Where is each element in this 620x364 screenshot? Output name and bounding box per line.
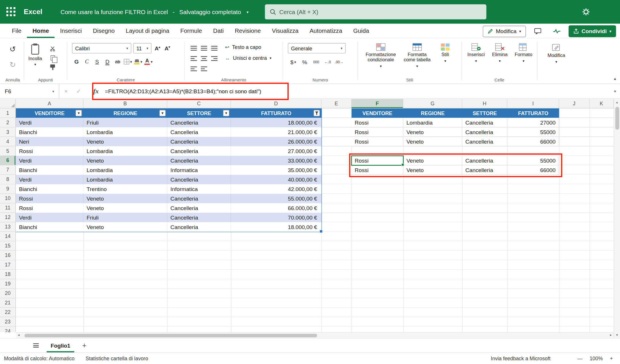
cell[interactable]: Rossi — [16, 194, 83, 203]
cell[interactable]: 21.000,00 € — [231, 127, 322, 137]
cell[interactable]: 18.000,00 € — [231, 118, 322, 127]
decrease-font-button[interactable]: A▾ — [163, 45, 171, 52]
column-header[interactable]: H — [462, 99, 508, 108]
fill-color-button[interactable]: ▾ — [134, 57, 143, 66]
cell[interactable]: 42.000,00 € — [231, 184, 322, 194]
vertical-scrollbar[interactable]: ▴ ▾ — [614, 99, 620, 338]
row-header[interactable]: 8 — [0, 175, 16, 184]
cell[interactable]: Cancelleria — [167, 127, 231, 137]
cell[interactable]: 55000 — [507, 127, 559, 137]
cell[interactable]: Rossi — [352, 127, 403, 137]
thousands-separator-button[interactable]: 000 — [312, 57, 321, 67]
tab-formule[interactable]: Formule — [175, 24, 207, 38]
cell[interactable]: Lombardia — [83, 146, 167, 156]
confirm-icon[interactable]: ✓ — [73, 87, 85, 95]
mode-switch-button[interactable]: Modifica ▾ — [483, 26, 526, 37]
header-venditore[interactable]: VENDITORE ▾ — [16, 108, 83, 118]
cell[interactable]: Veneto — [83, 222, 167, 232]
font-color-button[interactable]: A▾ — [144, 57, 153, 66]
grid-canvas[interactable]: VENDITORE ▾ REGIONE ▾ SETTORE ▾ FATTURAT… — [16, 108, 614, 332]
filter-dropdown-icon[interactable]: ▾ — [76, 110, 82, 116]
cell[interactable]: Cancelleria — [167, 194, 231, 203]
tab-visualizza[interactable]: Visualizza — [266, 24, 304, 38]
settings-gear-icon[interactable] — [582, 8, 590, 17]
decrease-indent-icon[interactable] — [190, 66, 197, 71]
row-header[interactable]: 20 — [0, 289, 16, 298]
cell[interactable]: Cancelleria — [167, 118, 231, 127]
cell[interactable]: Informatica — [167, 184, 231, 194]
cell[interactable]: Rossi — [352, 137, 403, 146]
cell[interactable]: 27.000,00 € — [231, 146, 322, 156]
cell[interactable]: Neri — [16, 137, 83, 146]
cell[interactable]: Bianchi — [16, 127, 83, 137]
scroll-right-icon[interactable]: ▸ — [610, 333, 612, 337]
cell[interactable]: Bianchi — [16, 165, 83, 175]
align-middle-icon[interactable] — [201, 46, 207, 50]
cell[interactable]: Cancelleria — [167, 222, 231, 232]
header-settore[interactable]: SETTORE — [462, 108, 508, 118]
cell[interactable]: Cancelleria — [462, 156, 508, 165]
cell[interactable]: 40.000,00 € — [231, 175, 322, 184]
strikethrough-button[interactable]: ab — [113, 57, 122, 66]
tab-inserisci[interactable]: Inserisci — [54, 24, 87, 38]
header-settore[interactable]: SETTORE ▾ — [167, 108, 231, 118]
cell[interactable]: 33.000,00 € — [231, 156, 322, 165]
zoom-out-button[interactable]: — — [577, 355, 583, 361]
cell[interactable]: Veneto — [83, 203, 167, 213]
sheet-menu-icon[interactable] — [33, 343, 39, 348]
align-bottom-icon[interactable] — [211, 46, 218, 50]
search-input[interactable] — [279, 9, 482, 15]
row-header[interactable]: 24 — [0, 327, 16, 332]
row-header[interactable]: 22 — [0, 308, 16, 317]
cell[interactable]: Cancelleria — [167, 175, 231, 184]
row-header[interactable]: 10 — [0, 194, 16, 203]
increase-font-button[interactable]: A▴ — [153, 45, 161, 52]
row-header[interactable]: 9 — [0, 184, 16, 194]
cell[interactable]: Rossi — [352, 165, 403, 175]
row-header[interactable]: 6 — [0, 156, 16, 165]
editing-button[interactable]: Modifica ▾ — [543, 43, 570, 83]
row-header[interactable]: 16 — [0, 251, 16, 260]
cell[interactable]: Friuli — [83, 213, 167, 222]
row-header[interactable]: 2 — [0, 118, 16, 127]
underline-button[interactable]: S — [93, 57, 102, 66]
activity-button[interactable] — [550, 26, 564, 37]
cell[interactable]: Rossi — [16, 203, 83, 213]
cell[interactable]: Cancelleria — [167, 213, 231, 222]
tab-file[interactable]: File — [6, 24, 27, 38]
cell[interactable]: 27000 — [507, 118, 559, 127]
cell[interactable]: Lombardia — [83, 165, 167, 175]
currency-format-button[interactable]: $▾ — [289, 57, 298, 67]
cell[interactable]: Veneto — [403, 137, 462, 146]
cell[interactable]: 66.000,00 € — [231, 203, 322, 213]
cancel-icon[interactable]: × — [59, 88, 73, 94]
cell[interactable]: 66000 — [507, 137, 559, 146]
column-header[interactable]: E — [321, 99, 351, 108]
cell[interactable]: Verdi — [16, 156, 83, 165]
copy-icon[interactable] — [50, 55, 55, 60]
chevron-down-icon[interactable]: ▾ — [247, 10, 249, 14]
app-launcher-icon[interactable] — [6, 7, 16, 17]
column-header[interactable]: A — [16, 99, 83, 108]
cell[interactable]: Veneto — [83, 137, 167, 146]
cell[interactable]: Verdi — [16, 213, 83, 222]
redo-icon[interactable]: ↻ — [9, 60, 16, 69]
tab-guida[interactable]: Guida — [348, 24, 375, 38]
formula-input[interactable]: =FILTRO(A2:D13;(A2:A13=A5)*(B2:B13=B4);"… — [105, 88, 261, 94]
increase-indent-icon[interactable] — [201, 66, 207, 71]
zoom-level[interactable]: 100% — [590, 355, 603, 361]
cell[interactable]: Veneto — [83, 194, 167, 203]
sort-filter-icon[interactable] — [314, 110, 320, 116]
header-regione[interactable]: REGIONE — [403, 108, 462, 118]
name-box[interactable]: F6 ▾ — [0, 84, 59, 98]
row-header[interactable]: 23 — [0, 317, 16, 327]
calc-mode-status[interactable]: Modalità di calcolo: Automatico — [4, 355, 75, 361]
cell[interactable]: Verdi — [16, 175, 83, 184]
row-header[interactable]: 13 — [0, 222, 16, 232]
cell[interactable]: Rossi — [352, 118, 403, 127]
cell[interactable]: Cancelleria — [462, 127, 508, 137]
cell[interactable]: 55.000,00 € — [231, 194, 322, 203]
cut-scissors-icon[interactable] — [50, 46, 55, 51]
align-right-icon[interactable] — [211, 56, 218, 61]
column-header[interactable]: D — [231, 99, 322, 108]
